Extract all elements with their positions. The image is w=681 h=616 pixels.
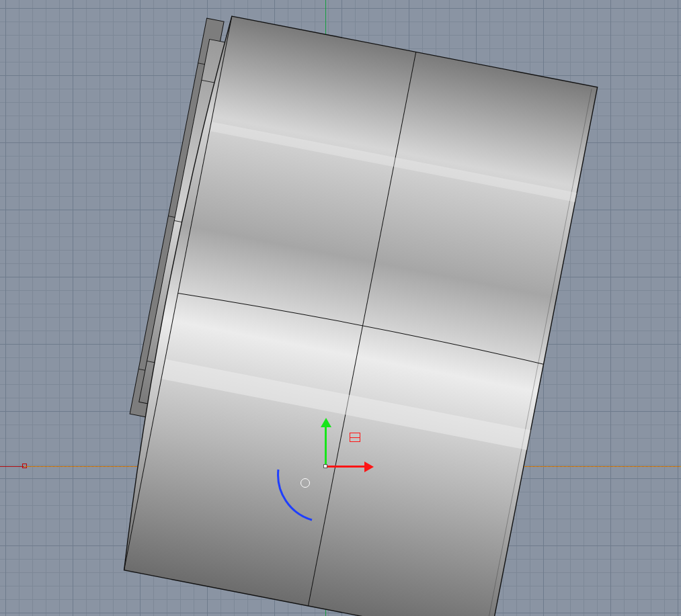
gizmo-plane-handle[interactable]	[350, 433, 360, 442]
line-endpoint-marker[interactable]	[22, 464, 27, 468]
viewport-3d[interactable]	[0, 0, 681, 616]
gizmo-y-axis-arrow[interactable]	[325, 426, 327, 466]
model-object[interactable]	[118, 30, 575, 615]
gizmo-rotation-arc[interactable]	[272, 466, 339, 533]
model-svg	[118, 30, 575, 615]
